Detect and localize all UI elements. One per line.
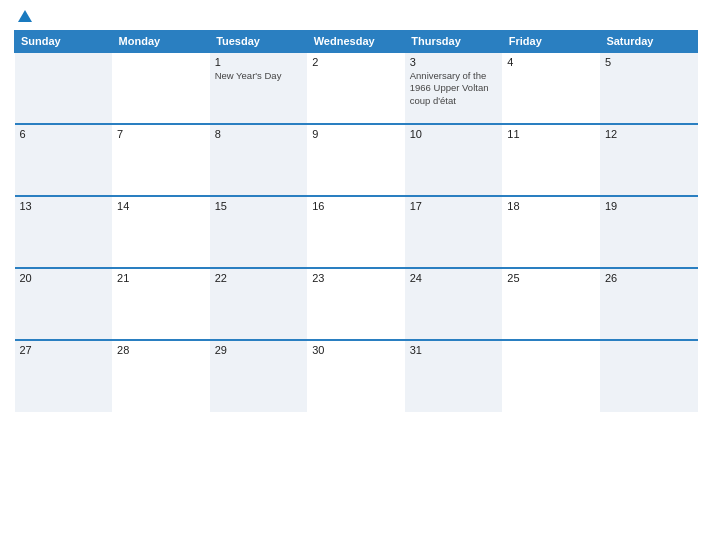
- calendar-cell: [15, 52, 113, 124]
- calendar-cell: 25: [502, 268, 600, 340]
- day-number: 18: [507, 200, 595, 212]
- calendar-cell: 12: [600, 124, 698, 196]
- calendar-cell: 17: [405, 196, 503, 268]
- calendar-cell: 28: [112, 340, 210, 412]
- day-number: 28: [117, 344, 205, 356]
- day-number: 1: [215, 56, 303, 68]
- calendar-cell: 13: [15, 196, 113, 268]
- day-number: 5: [605, 56, 693, 68]
- calendar-cell: 6: [15, 124, 113, 196]
- weekday-header-monday: Monday: [112, 31, 210, 53]
- calendar-cell: 8: [210, 124, 308, 196]
- calendar-cell: 27: [15, 340, 113, 412]
- event-text: New Year's Day: [215, 70, 303, 82]
- weekday-header-friday: Friday: [502, 31, 600, 53]
- day-number: 29: [215, 344, 303, 356]
- day-number: 20: [20, 272, 108, 284]
- day-number: 2: [312, 56, 400, 68]
- calendar-cell: 9: [307, 124, 405, 196]
- day-number: 22: [215, 272, 303, 284]
- weekday-header-row: SundayMondayTuesdayWednesdayThursdayFrid…: [15, 31, 698, 53]
- calendar-cell: 1New Year's Day: [210, 52, 308, 124]
- calendar-cell: 20: [15, 268, 113, 340]
- calendar-cell: 30: [307, 340, 405, 412]
- calendar-cell: 7: [112, 124, 210, 196]
- calendar-cell: 3Anniversary of the 1966 Upper Voltan co…: [405, 52, 503, 124]
- logo-blue-text: [14, 10, 32, 22]
- day-number: 15: [215, 200, 303, 212]
- calendar-week-row: 2728293031: [15, 340, 698, 412]
- day-number: 3: [410, 56, 498, 68]
- calendar-week-row: 1New Year's Day23Anniversary of the 1966…: [15, 52, 698, 124]
- day-number: 8: [215, 128, 303, 140]
- day-number: 25: [507, 272, 595, 284]
- calendar-cell: 16: [307, 196, 405, 268]
- calendar-cell: 24: [405, 268, 503, 340]
- calendar-cell: 29: [210, 340, 308, 412]
- calendar-cell: [502, 340, 600, 412]
- day-number: 6: [20, 128, 108, 140]
- logo-triangle-icon: [18, 10, 32, 22]
- day-number: 9: [312, 128, 400, 140]
- day-number: 12: [605, 128, 693, 140]
- day-number: 19: [605, 200, 693, 212]
- calendar-cell: 2: [307, 52, 405, 124]
- calendar-cell: 10: [405, 124, 503, 196]
- day-number: 30: [312, 344, 400, 356]
- calendar-cell: 19: [600, 196, 698, 268]
- calendar-cell: [600, 340, 698, 412]
- day-number: 10: [410, 128, 498, 140]
- day-number: 16: [312, 200, 400, 212]
- calendar-week-row: 13141516171819: [15, 196, 698, 268]
- calendar-week-row: 6789101112: [15, 124, 698, 196]
- calendar-cell: 15: [210, 196, 308, 268]
- day-number: 13: [20, 200, 108, 212]
- weekday-header-thursday: Thursday: [405, 31, 503, 53]
- day-number: 11: [507, 128, 595, 140]
- calendar-cell: 11: [502, 124, 600, 196]
- calendar-cell: 26: [600, 268, 698, 340]
- weekday-header-tuesday: Tuesday: [210, 31, 308, 53]
- calendar-cell: 22: [210, 268, 308, 340]
- day-number: 4: [507, 56, 595, 68]
- day-number: 26: [605, 272, 693, 284]
- calendar-header: [14, 10, 698, 22]
- day-number: 7: [117, 128, 205, 140]
- day-number: 31: [410, 344, 498, 356]
- day-number: 14: [117, 200, 205, 212]
- calendar-week-row: 20212223242526: [15, 268, 698, 340]
- day-number: 27: [20, 344, 108, 356]
- calendar-table: SundayMondayTuesdayWednesdayThursdayFrid…: [14, 30, 698, 412]
- logo: [14, 10, 32, 22]
- calendar-page: SundayMondayTuesdayWednesdayThursdayFrid…: [0, 0, 712, 550]
- calendar-cell: 18: [502, 196, 600, 268]
- calendar-cell: 5: [600, 52, 698, 124]
- calendar-cell: 4: [502, 52, 600, 124]
- calendar-cell: 23: [307, 268, 405, 340]
- calendar-cell: 21: [112, 268, 210, 340]
- weekday-header-saturday: Saturday: [600, 31, 698, 53]
- day-number: 23: [312, 272, 400, 284]
- day-number: 17: [410, 200, 498, 212]
- event-text: Anniversary of the 1966 Upper Voltan cou…: [410, 70, 498, 107]
- calendar-cell: [112, 52, 210, 124]
- calendar-cell: 14: [112, 196, 210, 268]
- weekday-header-wednesday: Wednesday: [307, 31, 405, 53]
- weekday-header-sunday: Sunday: [15, 31, 113, 53]
- day-number: 21: [117, 272, 205, 284]
- calendar-cell: 31: [405, 340, 503, 412]
- day-number: 24: [410, 272, 498, 284]
